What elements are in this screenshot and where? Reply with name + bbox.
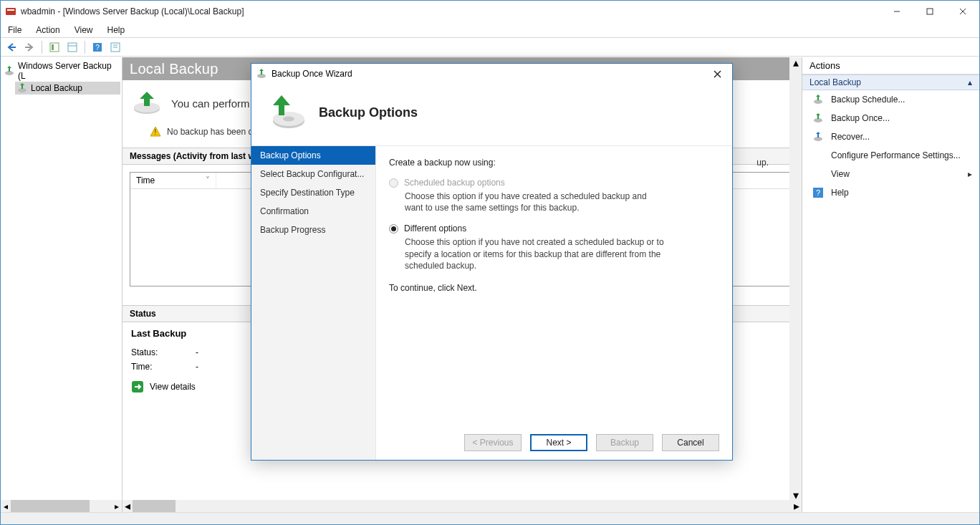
- toolbar-properties[interactable]: [107, 39, 123, 55]
- menu-help[interactable]: Help: [100, 22, 133, 37]
- option-different[interactable]: Different options: [389, 223, 719, 233]
- svg-text:?: ?: [816, 188, 820, 197]
- toolbar-show-hide-tree[interactable]: [47, 39, 62, 55]
- tree-child-label: Local Backup: [31, 83, 82, 93]
- wizard-title: Backup Once Wizard: [272, 69, 352, 79]
- svg-point-39: [283, 117, 294, 122]
- status-bar: [1, 512, 979, 524]
- step-destination-type[interactable]: Specify Destination Type: [251, 183, 375, 202]
- svg-rect-1: [7, 9, 14, 11]
- tree-pane: Windows Server Backup (L Local Backup ◂ …: [1, 57, 123, 512]
- time-value: -: [196, 362, 198, 372]
- status-value: -: [196, 347, 198, 357]
- help-icon: ?: [812, 187, 824, 198]
- step-backup-progress[interactable]: Backup Progress: [251, 221, 375, 239]
- collapse-icon: ▴: [968, 77, 972, 87]
- option-different-label: Different options: [404, 223, 466, 233]
- svg-rect-18: [9, 67, 10, 72]
- svg-rect-28: [817, 115, 819, 119]
- step-backup-options[interactable]: Backup Options: [251, 146, 375, 165]
- backup-once-wizard: Backup Once Wizard Backup Options Backup…: [251, 63, 733, 461]
- local-backup-icon: [16, 82, 28, 94]
- actions-title: Actions: [802, 57, 979, 74]
- svg-rect-26: [817, 96, 819, 100]
- view-details-label: View details: [150, 382, 196, 392]
- action-configure-performance[interactable]: Configure Performance Settings...: [802, 146, 979, 165]
- svg-rect-34: [261, 70, 262, 74]
- wizard-large-icon: [263, 92, 309, 133]
- svg-rect-3: [927, 9, 933, 14]
- wizard-heading: Backup Options: [319, 105, 418, 120]
- svg-rect-10: [68, 43, 77, 52]
- blank-icon: [812, 150, 824, 161]
- tree-horizontal-scrollbar[interactable]: ◂ ▸: [1, 500, 122, 512]
- step-select-config[interactable]: Select Backup Configurat...: [251, 165, 375, 183]
- svg-rect-20: [21, 85, 23, 89]
- center-horizontal-scrollbar[interactable]: ◂ ▸: [123, 500, 802, 512]
- action-backup-schedule[interactable]: Backup Schedule...: [802, 90, 979, 109]
- perform-text: You can perform: [171, 97, 250, 110]
- close-button[interactable]: [946, 1, 979, 22]
- recover-icon: [812, 131, 824, 143]
- title-bar: wbadmin - [Windows Server Backup (Local)…: [1, 1, 979, 22]
- warning-icon: !: [150, 126, 161, 138]
- option-different-desc: Choose this option if you have not creat…: [405, 236, 670, 271]
- wizard-close-button[interactable]: [706, 66, 728, 82]
- sort-indicator-icon: ˅: [206, 175, 210, 186]
- maximize-button[interactable]: [913, 1, 946, 22]
- view-details-icon: [131, 380, 144, 393]
- step-confirmation[interactable]: Confirmation: [251, 202, 375, 221]
- menu-action[interactable]: Action: [29, 22, 67, 37]
- radio-different[interactable]: [389, 224, 398, 233]
- svg-rect-9: [52, 44, 54, 50]
- svg-rect-0: [6, 8, 16, 15]
- wizard-intro: Create a backup now using:: [389, 158, 719, 168]
- menu-file[interactable]: File: [1, 22, 29, 37]
- tree-local-backup[interactable]: Local Backup: [15, 82, 120, 95]
- action-view[interactable]: View ▸: [802, 165, 979, 183]
- svg-text:!: !: [155, 128, 157, 136]
- window-title: wbadmin - [Windows Server Backup (Local)…: [21, 6, 244, 16]
- next-button[interactable]: Next >: [530, 434, 587, 451]
- chevron-right-icon: ▸: [968, 169, 972, 179]
- action-recover[interactable]: Recover...: [802, 127, 979, 146]
- truncated-overflow-text: up.: [756, 158, 769, 168]
- menu-bar: File Action View Help: [1, 22, 979, 38]
- option-scheduled-desc: Choose this option if you have created a…: [405, 191, 663, 213]
- svg-text:?: ?: [95, 44, 100, 52]
- action-backup-once[interactable]: Backup Once...: [802, 109, 979, 127]
- menu-view[interactable]: View: [67, 22, 100, 37]
- tree-root[interactable]: Windows Server Backup (L: [2, 60, 120, 82]
- backup-once-icon: [812, 112, 824, 124]
- actions-section-header[interactable]: Local Backup ▴: [802, 74, 979, 90]
- minimize-button[interactable]: [880, 1, 913, 22]
- backup-button: Backup: [596, 434, 653, 451]
- time-key: Time:: [131, 362, 174, 372]
- actions-pane: Actions Local Backup ▴ Backup Schedule..…: [802, 57, 979, 512]
- previous-button: < Previous: [464, 434, 522, 451]
- backup-disk-icon: [131, 90, 163, 116]
- cancel-button[interactable]: Cancel: [662, 434, 719, 451]
- toolbar-export-list[interactable]: [64, 39, 80, 55]
- svg-rect-30: [817, 133, 819, 138]
- column-time[interactable]: Time ˅: [130, 173, 216, 188]
- toolbar-help[interactable]: ?: [90, 39, 105, 55]
- schedule-icon: [812, 94, 824, 105]
- center-vertical-scrollbar[interactable]: ▴ ▾: [789, 57, 802, 500]
- nav-back-button[interactable]: [4, 39, 19, 55]
- toolbar: ?: [1, 38, 979, 57]
- continue-text: To continue, click Next.: [389, 283, 719, 293]
- svg-rect-8: [50, 43, 59, 52]
- wizard-steps: Backup Options Select Backup Configurat.…: [251, 146, 376, 460]
- action-help[interactable]: ? Help: [802, 183, 979, 202]
- wizard-icon: [256, 68, 267, 80]
- option-scheduled-label: Scheduled backup options: [404, 178, 505, 188]
- server-backup-icon: [4, 65, 15, 77]
- option-scheduled: Scheduled backup options: [389, 178, 719, 188]
- alert-text: No backup has been co: [167, 127, 257, 137]
- app-icon: [5, 6, 16, 17]
- tree-root-label: Windows Server Backup (L: [18, 61, 119, 81]
- blank-icon: [812, 168, 824, 180]
- status-key: Status:: [131, 347, 174, 357]
- nav-forward-button[interactable]: [21, 39, 37, 55]
